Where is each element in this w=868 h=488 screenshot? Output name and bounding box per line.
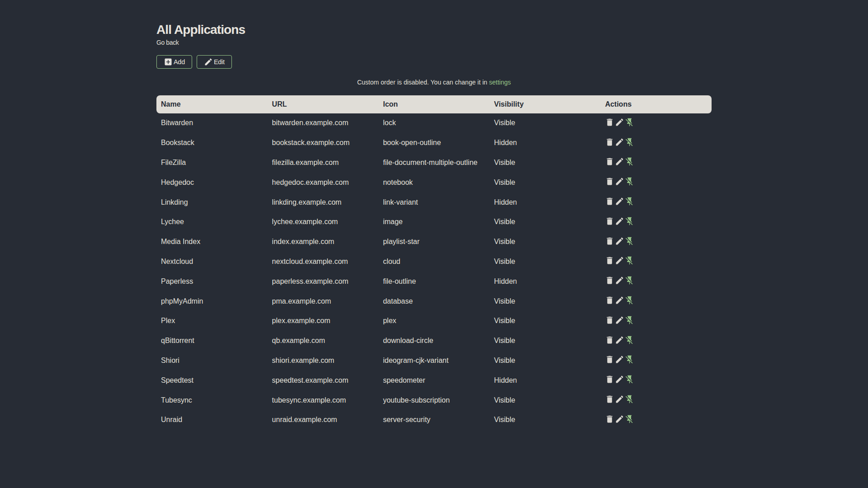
app-icon-cell: download-circle: [378, 331, 490, 351]
table-row: Paperlesspaperless.example.comfile-outli…: [156, 272, 712, 291]
pencil-icon[interactable]: [615, 394, 624, 404]
app-icon-cell: image: [378, 212, 490, 232]
app-actions-cell: [600, 212, 712, 232]
pin-off-icon[interactable]: [625, 394, 634, 404]
column-header-url: URL: [268, 95, 379, 113]
app-name-cell: Bitwarden: [156, 113, 268, 133]
app-url-cell: tubesync.example.com: [268, 390, 379, 410]
table-row: qBittorrentqb.example.comdownload-circle…: [156, 331, 712, 351]
pencil-icon[interactable]: [615, 117, 624, 127]
pin-off-icon[interactable]: [625, 276, 634, 285]
app-url-cell: linkding.example.com: [268, 192, 379, 212]
app-url-cell: pma.example.com: [268, 291, 379, 311]
pin-off-icon[interactable]: [625, 414, 634, 424]
pencil-icon[interactable]: [615, 197, 624, 206]
pin-off-icon[interactable]: [625, 355, 634, 364]
column-header-icon: Icon: [378, 95, 490, 113]
delete-icon[interactable]: [605, 276, 614, 285]
go-back-link[interactable]: Go back: [156, 38, 179, 47]
app-icon-cell: cloud: [378, 252, 490, 272]
delete-icon[interactable]: [605, 335, 614, 345]
pin-off-icon[interactable]: [625, 335, 634, 345]
pencil-icon[interactable]: [615, 236, 624, 246]
pin-off-icon[interactable]: [625, 375, 634, 384]
table-row: Bitwardenbitwarden.example.comlockVisibl…: [156, 113, 712, 133]
delete-icon[interactable]: [605, 216, 614, 226]
pencil-icon[interactable]: [615, 216, 624, 226]
pencil-icon[interactable]: [615, 296, 624, 305]
delete-icon[interactable]: [605, 315, 614, 325]
app-url-cell: lychee.example.com: [268, 212, 379, 232]
app-actions-cell: [600, 192, 712, 212]
pin-off-icon[interactable]: [625, 315, 634, 325]
delete-icon[interactable]: [605, 296, 614, 305]
add-button[interactable]: Add: [156, 55, 192, 69]
pencil-icon[interactable]: [615, 256, 624, 265]
pencil-icon[interactable]: [615, 335, 624, 345]
delete-icon[interactable]: [605, 157, 614, 166]
app-icon-cell: ideogram-cjk-variant: [378, 351, 490, 371]
column-header-actions: Actions: [600, 95, 712, 113]
delete-icon[interactable]: [605, 394, 614, 404]
delete-icon[interactable]: [605, 177, 614, 186]
app-url-cell: hedgedoc.example.com: [268, 173, 379, 192]
app-name-cell: FileZilla: [156, 153, 268, 173]
app-visibility-cell: Visible: [490, 173, 601, 192]
table-row: Media Indexindex.example.complaylist-sta…: [156, 232, 712, 252]
app-actions-cell: [600, 113, 712, 133]
pencil-icon[interactable]: [615, 177, 624, 186]
pencil-icon[interactable]: [615, 157, 624, 166]
delete-icon[interactable]: [605, 197, 614, 206]
app-actions-cell: [600, 371, 712, 390]
app-name-cell: Nextcloud: [156, 252, 268, 272]
app-icon-cell: file-document-multiple-outline: [378, 153, 490, 173]
table-row: Speedtestspeedtest.example.comspeedomete…: [156, 371, 712, 390]
pin-off-icon[interactable]: [625, 216, 634, 226]
table-row: Plexplex.example.complexVisible: [156, 311, 712, 331]
delete-icon[interactable]: [605, 137, 614, 147]
table-header-row: Name URL Icon Visibility Actions: [156, 95, 712, 113]
delete-icon[interactable]: [605, 375, 614, 384]
settings-link[interactable]: settings: [489, 79, 511, 86]
pin-off-icon[interactable]: [625, 256, 634, 265]
pin-off-icon[interactable]: [625, 236, 634, 246]
app-url-cell: index.example.com: [268, 232, 379, 252]
delete-icon[interactable]: [605, 236, 614, 246]
table-header: Name URL Icon Visibility Actions: [156, 95, 712, 113]
app-actions-cell: [600, 351, 712, 371]
pencil-icon[interactable]: [615, 355, 624, 364]
app-visibility-cell: Visible: [490, 212, 601, 232]
app-icon-cell: speedometer: [378, 371, 490, 390]
table-row: Lycheelychee.example.comimageVisible: [156, 212, 712, 232]
delete-icon[interactable]: [605, 414, 614, 424]
app-name-cell: Media Index: [156, 232, 268, 252]
app-visibility-cell: Visible: [490, 331, 601, 351]
delete-icon[interactable]: [605, 117, 614, 127]
app-icon-cell: youtube-subscription: [378, 390, 490, 410]
app-url-cell: shiori.example.com: [268, 351, 379, 371]
app-actions-cell: [600, 173, 712, 192]
app-icon-cell: plex: [378, 311, 490, 331]
app-actions-cell: [600, 311, 712, 331]
app-name-cell: Plex: [156, 311, 268, 331]
delete-icon[interactable]: [605, 256, 614, 265]
pin-off-icon[interactable]: [625, 157, 634, 166]
pencil-icon[interactable]: [615, 276, 624, 285]
pin-off-icon[interactable]: [625, 177, 634, 186]
pencil-icon[interactable]: [615, 414, 624, 424]
pin-off-icon[interactable]: [625, 197, 634, 206]
pin-off-icon[interactable]: [625, 117, 634, 127]
app-name-cell: Shiori: [156, 351, 268, 371]
app-url-cell: paperless.example.com: [268, 272, 379, 291]
app-visibility-cell: Visible: [490, 252, 601, 272]
pencil-icon[interactable]: [615, 315, 624, 325]
pencil-icon[interactable]: [615, 375, 624, 384]
edit-button[interactable]: Edit: [197, 55, 232, 69]
pencil-icon[interactable]: [615, 137, 624, 147]
pin-off-icon[interactable]: [625, 296, 634, 305]
app-visibility-cell: Hidden: [490, 272, 601, 291]
app-visibility-cell: Visible: [490, 232, 601, 252]
pin-off-icon[interactable]: [625, 137, 634, 147]
app-actions-cell: [600, 232, 712, 252]
delete-icon[interactable]: [605, 355, 614, 364]
